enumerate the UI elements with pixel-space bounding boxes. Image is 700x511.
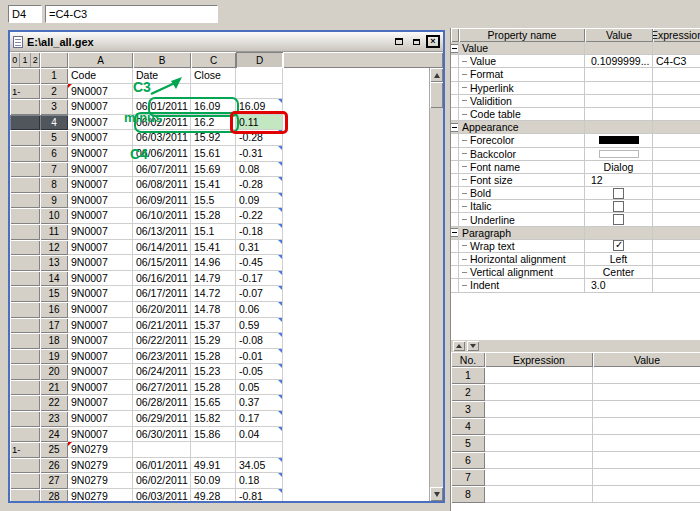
expression-row-number[interactable]: 8 bbox=[451, 486, 485, 503]
collapse-icon[interactable] bbox=[451, 123, 459, 132]
sheet-cell[interactable]: 9N0007 bbox=[68, 99, 133, 115]
sheet-cell[interactable]: 9N0007 bbox=[68, 302, 133, 318]
sheet-cell[interactable]: 15.61 bbox=[191, 146, 236, 162]
outline-cell[interactable] bbox=[10, 473, 40, 489]
sheet-cell[interactable] bbox=[133, 84, 191, 100]
sheet-cell[interactable]: -0.28 bbox=[236, 177, 283, 193]
row-number[interactable]: 2 bbox=[40, 84, 68, 100]
sheet-cell[interactable]: 06/02/2011 bbox=[133, 473, 191, 489]
property-expression[interactable] bbox=[653, 68, 700, 81]
sheet-cell[interactable]: 14.78 bbox=[191, 302, 236, 318]
property-expression[interactable] bbox=[653, 187, 700, 200]
sheet-cell[interactable]: 9N0007 bbox=[68, 240, 133, 256]
outline-cell[interactable] bbox=[10, 286, 40, 302]
sheet-cell[interactable]: -0.08 bbox=[236, 333, 283, 349]
sheet-cell[interactable]: 06/16/2011 bbox=[133, 271, 191, 287]
expression-cell[interactable] bbox=[485, 469, 593, 486]
outline-cell[interactable] bbox=[10, 255, 40, 271]
outline-cell[interactable] bbox=[10, 240, 40, 256]
property-expression[interactable] bbox=[653, 148, 700, 161]
row-number[interactable]: 12 bbox=[40, 240, 68, 256]
property-row[interactable]: Indent3.0 bbox=[451, 279, 700, 292]
sheet-cell[interactable] bbox=[236, 68, 283, 84]
sheet-cell[interactable]: 15.41 bbox=[191, 240, 236, 256]
outline-cell[interactable] bbox=[10, 427, 40, 443]
outline-cell[interactable] bbox=[10, 302, 40, 318]
outline-cell[interactable] bbox=[10, 333, 40, 349]
checkbox[interactable] bbox=[613, 201, 624, 212]
sheet-cell[interactable]: 34.05 bbox=[236, 458, 283, 474]
sheet-cell[interactable]: 06/24/2011 bbox=[133, 364, 191, 380]
property-value[interactable] bbox=[585, 200, 653, 213]
sheet-cell[interactable]: 06/06/2011 bbox=[133, 146, 191, 162]
property-row[interactable]: Value0.1099999...C4-C3 bbox=[451, 55, 700, 68]
sheet-cell[interactable]: Date bbox=[133, 68, 191, 84]
row-number[interactable]: 25 bbox=[40, 442, 68, 458]
sheet-cell[interactable]: -0.31 bbox=[236, 146, 283, 162]
sheet-cell[interactable]: 9N0007 bbox=[68, 427, 133, 443]
property-expression[interactable] bbox=[653, 161, 700, 174]
expression-cell[interactable] bbox=[485, 418, 593, 435]
property-value[interactable] bbox=[585, 42, 653, 55]
cell-reference-input[interactable] bbox=[8, 5, 42, 23]
sheet-titlebar[interactable]: E:\all_all.gex bbox=[10, 32, 443, 52]
property-row[interactable]: Appearance bbox=[451, 121, 700, 134]
expression-cell[interactable] bbox=[485, 401, 593, 418]
row-number[interactable]: 11 bbox=[40, 224, 68, 240]
checkbox[interactable] bbox=[613, 214, 624, 225]
sheet-cell[interactable]: 06/01/2011 bbox=[133, 458, 191, 474]
sheet-cell[interactable]: 50.09 bbox=[191, 473, 236, 489]
outline-cell[interactable] bbox=[10, 380, 40, 396]
sheet-cell[interactable]: 16.2 bbox=[191, 115, 236, 131]
expression-row-number[interactable]: 6 bbox=[451, 452, 485, 469]
expression-row-number[interactable]: 3 bbox=[451, 401, 485, 418]
property-value[interactable] bbox=[585, 121, 653, 134]
outline-level-2[interactable]: 2 bbox=[31, 53, 40, 67]
row-number[interactable]: 19 bbox=[40, 349, 68, 365]
row-number[interactable]: 24 bbox=[40, 427, 68, 443]
sheet-cell[interactable]: 9N0007 bbox=[68, 208, 133, 224]
sheet-cell[interactable]: 06/29/2011 bbox=[133, 411, 191, 427]
property-row[interactable]: Value bbox=[451, 42, 700, 55]
property-value[interactable]: Center bbox=[585, 266, 653, 279]
property-value[interactable] bbox=[585, 68, 653, 81]
property-row[interactable]: Format bbox=[451, 68, 700, 81]
sheet-cell[interactable]: 15.28 bbox=[191, 208, 236, 224]
value-cell[interactable] bbox=[593, 452, 700, 469]
sheet-cell[interactable]: 15.29 bbox=[191, 333, 236, 349]
property-row[interactable]: Backcolor bbox=[451, 148, 700, 161]
value-cell[interactable] bbox=[593, 418, 700, 435]
sheet-cell[interactable]: 0.08 bbox=[236, 162, 283, 178]
property-value[interactable] bbox=[585, 240, 653, 253]
outline-cell[interactable] bbox=[10, 458, 40, 474]
sheet-cell[interactable]: 06/03/2011 bbox=[133, 130, 191, 146]
property-row[interactable]: Horizontal alignmentLeft bbox=[451, 253, 700, 266]
splitter-down-icon[interactable] bbox=[467, 341, 479, 351]
sheet-cell[interactable]: 9N0007 bbox=[68, 146, 133, 162]
sheet-cell[interactable]: 9N0007 bbox=[68, 318, 133, 334]
sheet-cell[interactable]: 9N0007 bbox=[68, 364, 133, 380]
row-number[interactable]: 22 bbox=[40, 395, 68, 411]
row-number[interactable]: 3 bbox=[40, 99, 68, 115]
sheet-cell[interactable]: -0.45 bbox=[236, 255, 283, 271]
property-row[interactable]: Paragraph bbox=[451, 227, 700, 240]
sheet-cell[interactable]: 15.69 bbox=[191, 162, 236, 178]
sheet-cell[interactable]: 15.5 bbox=[191, 193, 236, 209]
column-header-a[interactable]: A bbox=[68, 52, 133, 68]
property-expression[interactable] bbox=[653, 95, 700, 108]
row-number[interactable]: 8 bbox=[40, 177, 68, 193]
sheet-cell[interactable]: 0.31 bbox=[236, 240, 283, 256]
sheet-cell[interactable] bbox=[236, 84, 283, 100]
outline-level-0[interactable]: 0 bbox=[10, 53, 20, 67]
property-value[interactable]: 0.1099999... bbox=[585, 55, 653, 68]
expression-row-number[interactable]: 2 bbox=[451, 384, 485, 401]
property-expression[interactable] bbox=[653, 227, 700, 240]
outline-cell[interactable] bbox=[10, 193, 40, 209]
expression-row-number[interactable]: 4 bbox=[451, 418, 485, 435]
sheet-cell[interactable]: 15.37 bbox=[191, 318, 236, 334]
outline-cell[interactable] bbox=[10, 271, 40, 287]
outline-level-header[interactable]: 0 1 2 bbox=[10, 52, 40, 68]
property-value[interactable] bbox=[585, 95, 653, 108]
tree-toggle-cell[interactable] bbox=[451, 121, 459, 134]
row-number[interactable]: 15 bbox=[40, 286, 68, 302]
